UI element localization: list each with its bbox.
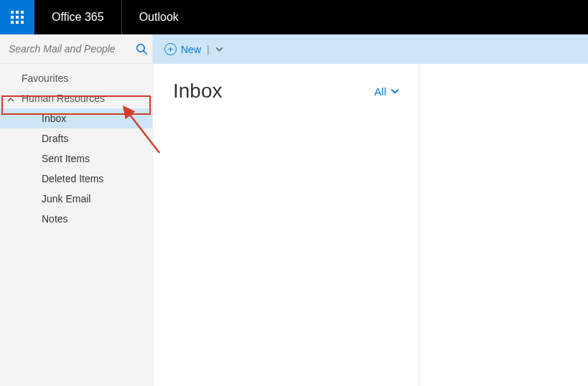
svg-rect-1 (16, 11, 19, 14)
svg-rect-0 (11, 11, 14, 14)
reading-pane (420, 64, 588, 386)
toolbar-separator: | (207, 44, 210, 55)
search-input[interactable] (9, 43, 136, 55)
search-icon (136, 43, 148, 55)
list-title: Inbox (173, 80, 223, 103)
folder-drafts[interactable]: Drafts (0, 128, 152, 149)
folder-label: Deleted Items (42, 173, 103, 184)
favourites-section[interactable]: Favourites (0, 68, 152, 88)
svg-line-10 (144, 51, 147, 55)
folder-sent-items[interactable]: Sent Items (0, 149, 152, 169)
filter-label: All (374, 85, 386, 98)
folder-label: Inbox (42, 113, 66, 124)
plus-circle-icon: + (164, 43, 177, 55)
folder-tree: Favourites Human Resources Inbox Drafts … (0, 64, 152, 229)
favourites-label: Favourites (22, 72, 68, 84)
new-button[interactable]: + New (164, 43, 201, 55)
svg-rect-3 (11, 16, 14, 19)
svg-rect-2 (21, 11, 24, 14)
waffle-icon (11, 11, 24, 24)
mailbox-section[interactable]: Human Resources (0, 88, 152, 108)
svg-rect-4 (16, 16, 19, 19)
svg-rect-7 (16, 21, 19, 24)
new-button-label: New (181, 44, 201, 55)
search-row (0, 34, 152, 64)
chevron-down-icon (391, 87, 399, 95)
folder-label: Drafts (42, 133, 68, 144)
new-dropdown-button[interactable] (215, 44, 223, 55)
svg-rect-8 (21, 21, 24, 24)
message-list-pane: Inbox All (153, 64, 420, 386)
folder-deleted-items[interactable]: Deleted Items (0, 169, 152, 189)
mailbox-label: Human Resources (22, 93, 105, 104)
chevron-up-icon (7, 94, 14, 105)
filter-button[interactable]: All (374, 85, 399, 98)
command-bar: + New | (153, 34, 588, 64)
suite-header: Office 365 Outlook (0, 0, 588, 34)
app-launcher-button[interactable] (0, 0, 34, 34)
chevron-down-icon (215, 45, 223, 53)
folder-inbox[interactable]: Inbox (0, 108, 152, 128)
search-button[interactable] (136, 39, 148, 59)
brand-label[interactable]: Office 365 (34, 0, 122, 34)
app-name-label[interactable]: Outlook (122, 0, 196, 34)
folder-label: Sent Items (42, 153, 90, 164)
folder-label: Junk Email (42, 193, 90, 204)
main-area: + New | Inbox All (153, 34, 588, 386)
svg-rect-6 (11, 21, 14, 24)
sidebar: Favourites Human Resources Inbox Drafts … (0, 34, 153, 386)
list-header: Inbox All (153, 64, 419, 110)
folder-notes[interactable]: Notes (0, 209, 152, 229)
folder-junk-email[interactable]: Junk Email (0, 189, 152, 209)
svg-rect-5 (21, 16, 24, 19)
folder-label: Notes (42, 213, 68, 225)
